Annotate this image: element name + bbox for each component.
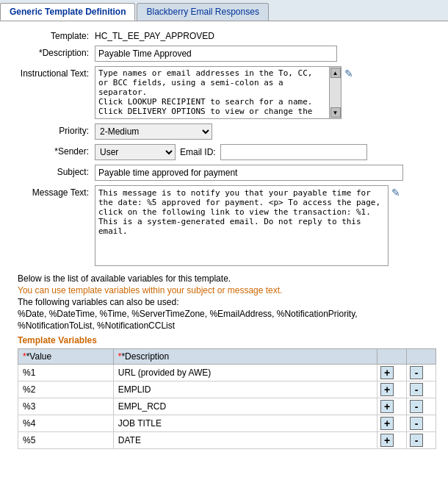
row-0-value-input[interactable] (21, 366, 110, 379)
scroll-up-arrow[interactable]: ▲ (330, 68, 341, 78)
row-3-description-input[interactable] (117, 417, 374, 430)
tab-blackberry[interactable]: Blackberry Email Responses (137, 3, 268, 21)
priority-select[interactable]: 1-Low 2-Medium 3-High (95, 123, 212, 140)
message-textarea[interactable]: This message is to notify you that your … (95, 185, 389, 266)
table-row: +- (18, 415, 436, 432)
table-row: +- (18, 432, 436, 449)
template-row: Template: HC_TL_EE_PAY_APPROVED (10, 29, 438, 41)
instructional-textarea[interactable]: Type names or email addresses in the To,… (95, 66, 330, 119)
vars-text4: %Date, %DateTime, %Time, %ServerTimeZone… (18, 309, 438, 319)
row-4-value-input[interactable] (21, 434, 110, 447)
vars-text3: The following variables can also be used… (18, 297, 438, 307)
col-header-remove (407, 349, 436, 365)
table-row: +- (18, 365, 436, 381)
row-1-add-button[interactable]: + (380, 383, 394, 396)
vars-text5: %NotificationToList, %NotificationCCList (18, 320, 438, 331)
message-wrapper: This message is to notify you that your … (95, 185, 438, 266)
template-value: HC_TL_EE_PAY_APPROVED (95, 29, 438, 41)
row-4-add-button[interactable]: + (380, 434, 394, 447)
description-row: *Description: (10, 46, 438, 62)
row-1-value-input[interactable] (21, 383, 110, 396)
variables-section: Below is the list of available variables… (18, 273, 438, 449)
row-2-remove-button[interactable]: - (410, 400, 423, 413)
row-0-description-input[interactable] (117, 366, 374, 379)
vars-title: Template Variables (18, 335, 438, 345)
instructional-scrollbar[interactable]: ▲ ▼ (330, 66, 342, 119)
row-3-value-input[interactable] (21, 417, 110, 430)
description-field-wrapper (95, 46, 438, 62)
col-header-add (377, 349, 407, 365)
vars-text1: Below is the list of available variables… (18, 273, 438, 284)
priority-label: Priority: (10, 123, 95, 136)
email-id-label: Email ID: (180, 147, 216, 157)
vars-text2: You can use template variables within yo… (18, 285, 438, 295)
sender-row: *Sender: User System Email ID: (10, 144, 438, 160)
col-header-desc: **Description (113, 349, 377, 365)
row-0-remove-button[interactable]: - (410, 366, 423, 379)
subject-row: Subject: (10, 165, 438, 181)
row-3-add-button[interactable]: + (380, 417, 394, 430)
row-1-description-input[interactable] (117, 383, 374, 396)
template-label: Template: (10, 29, 95, 41)
instructional-label: Instructional Text: (10, 66, 95, 79)
email-id-input[interactable] (220, 144, 367, 160)
main-content: Template: HC_TL_EE_PAY_APPROVED *Descrip… (0, 21, 448, 456)
message-row: Message Text: This message is to notify … (10, 185, 438, 266)
priority-wrapper: 1-Low 2-Medium 3-High (95, 123, 438, 140)
row-0-add-button[interactable]: + (380, 366, 394, 379)
subject-wrapper (95, 165, 438, 181)
description-input[interactable] (95, 46, 337, 62)
row-1-remove-button[interactable]: - (410, 383, 423, 396)
subject-input[interactable] (95, 165, 403, 181)
row-2-add-button[interactable]: + (380, 400, 394, 413)
tab-bar: Generic Template Definition Blackberry E… (0, 0, 448, 21)
col-header-value: **Value (18, 349, 114, 365)
table-row: +- (18, 381, 436, 398)
message-label: Message Text: (10, 185, 95, 198)
sender-select[interactable]: User System (95, 144, 176, 160)
subject-label: Subject: (10, 165, 95, 177)
variables-table: **Value **Description +-+-+-+-+- (18, 348, 436, 449)
sender-wrapper: User System Email ID: (95, 144, 438, 160)
sender-label: *Sender: (10, 144, 95, 157)
table-row: +- (18, 398, 436, 415)
row-4-remove-button[interactable]: - (410, 434, 423, 447)
description-label: *Description: (10, 46, 95, 58)
instructional-row: Instructional Text: Type names or email … (10, 66, 438, 119)
row-3-remove-button[interactable]: - (410, 417, 423, 430)
instructional-wrapper: Type names or email addresses in the To,… (95, 66, 438, 119)
tab-generic[interactable]: Generic Template Definition (0, 3, 135, 21)
message-edit-icon[interactable]: ✎ (391, 185, 400, 198)
row-2-value-input[interactable] (21, 400, 110, 413)
row-2-description-input[interactable] (117, 400, 374, 413)
scroll-down-arrow[interactable]: ▼ (330, 107, 341, 118)
instructional-edit-icon[interactable]: ✎ (344, 66, 353, 79)
priority-row: Priority: 1-Low 2-Medium 3-High (10, 123, 438, 140)
row-4-description-input[interactable] (117, 434, 374, 447)
